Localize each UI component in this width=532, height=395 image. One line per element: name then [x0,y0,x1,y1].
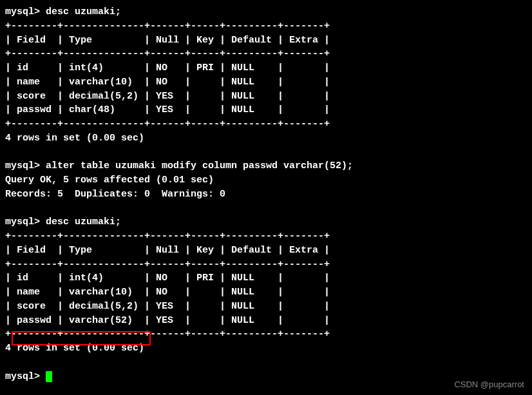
table-row: | passwd | varchar(52) | YES | | NULL | … [5,314,527,328]
table-row: | id | int(4) | NO | PRI | NULL | | [5,271,527,285]
table-header: | Field | Type | Null | Key | Default | … [5,34,527,48]
terminal-line[interactable]: mysql> [5,370,527,384]
table-border: +--------+--------------+------+-----+--… [5,47,527,61]
table-row: | passwd | char(48) | YES | | NULL | | [5,103,527,117]
table-row: | name | varchar(10) | NO | | NULL | | [5,75,527,90]
watermark: CSDN @pupcarrot [454,379,524,391]
mysql-prompt: mysql> [5,371,46,382]
table-row: | score | decimal(5,2) | YES | | NULL | … [5,300,527,314]
command-text: desc uzumaki; [46,217,121,227]
terminal-line: mysql> desc uzumaki; [5,215,527,229]
blank-line [5,356,527,370]
terminal-line: mysql> desc uzumaki; [5,5,527,19]
mysql-prompt: mysql> [5,160,46,171]
query-ok: Query OK, 5 rows affected (0.01 sec) [5,173,527,188]
result-summary: 4 rows in set (0.00 sec) [5,342,527,356]
blank-line [5,202,527,216]
records-summary: Records: 5 Duplicates: 0 Warnings: 0 [5,188,527,202]
table-row: | score | decimal(5,2) | YES | | NULL | … [5,90,527,104]
table-border: +--------+--------------+------+-----+--… [5,19,527,34]
result-summary: 4 rows in set (0.00 sec) [5,131,527,146]
table-row: | id | int(4) | NO | PRI | NULL | | [5,61,527,75]
table-row: | name | varchar(10) | NO | | NULL | | [5,285,527,300]
table-border: +--------+--------------+------+-----+--… [5,258,527,272]
mysql-prompt: mysql> [5,6,46,17]
table-border: +--------+--------------+------+-----+--… [5,229,527,244]
table-header: | Field | Type | Null | Key | Default | … [5,244,527,258]
command-text: desc uzumaki; [46,6,121,17]
table-border: +--------+--------------+------+-----+--… [5,327,527,342]
mysql-prompt: mysql> [5,217,46,227]
command-text: alter table uzumaki modify column passwd… [46,160,353,171]
terminal-line: mysql> alter table uzumaki modify column… [5,159,527,173]
cursor-block [46,371,52,382]
table-border: +--------+--------------+------+-----+--… [5,117,527,131]
blank-line [5,146,527,160]
